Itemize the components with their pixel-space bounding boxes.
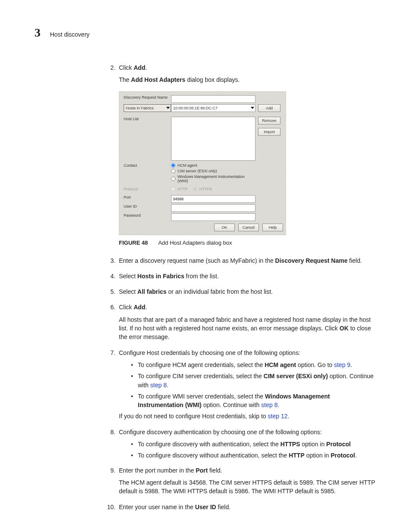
step-number: 6. [103, 303, 119, 345]
discovery-request-name-input[interactable] [171, 95, 255, 103]
https-radio [193, 187, 197, 191]
remove-button[interactable]: Remove [258, 117, 280, 124]
step-number: 10. [103, 503, 119, 515]
ok-button[interactable]: OK [214, 224, 235, 231]
chevron-down-icon [166, 107, 170, 109]
add-literal: Add [134, 64, 145, 71]
add-host-adapters-dialog: Discovery Request Name Hosts in Fabrics … [119, 91, 286, 235]
step-number: 2. [103, 63, 119, 88]
step-number: 4. [103, 272, 119, 284]
help-button[interactable]: Help [262, 224, 283, 231]
http-radio [171, 187, 175, 191]
link-step9[interactable]: step 9 [334, 361, 350, 368]
link-step8[interactable]: step 8 [261, 401, 277, 408]
step-text: Click [119, 64, 134, 71]
label-discovery-request-name: Discovery Request Name [124, 95, 171, 100]
step-number: 5. [103, 287, 119, 299]
add-button[interactable]: Add [258, 104, 280, 112]
label-port: Port [124, 195, 171, 199]
step-number: 8. [103, 428, 119, 463]
label-contact: Contact [124, 163, 171, 168]
cim-server-radio[interactable] [171, 169, 175, 173]
cancel-button[interactable]: Cancel [238, 224, 259, 231]
step-number: 7. [103, 348, 119, 424]
port-input[interactable] [171, 195, 255, 203]
step-number: 3. [103, 256, 119, 268]
label-userid: User ID [124, 204, 171, 208]
chapter-number: 3 [34, 26, 40, 40]
host-list[interactable] [171, 117, 255, 161]
hosts-in-fabrics-select[interactable]: Hosts in Fabrics [124, 104, 171, 112]
link-step12[interactable]: step 12 [268, 413, 288, 420]
step-number: 9. [103, 466, 119, 499]
label-password: Password [124, 213, 171, 218]
link-step8[interactable]: step 8 [150, 382, 167, 389]
userid-input[interactable] [171, 204, 255, 212]
hcm-agent-radio[interactable] [171, 163, 175, 168]
wmi-radio[interactable] [171, 177, 175, 181]
import-button[interactable]: Import [258, 128, 280, 136]
label-protocol: Protocol [124, 187, 171, 191]
password-input[interactable] [171, 213, 255, 221]
figure-caption: FIGURE 48Add Host Adapters dialog box [119, 240, 377, 246]
section-title: Host discovery [50, 31, 90, 38]
page-header: 3 Host discovery [34, 26, 377, 40]
fabric-select[interactable]: 10:00:00:05:1E:86:DC:C7 [171, 104, 255, 112]
chevron-down-icon [251, 107, 254, 109]
label-host-list: Host List [124, 117, 171, 121]
